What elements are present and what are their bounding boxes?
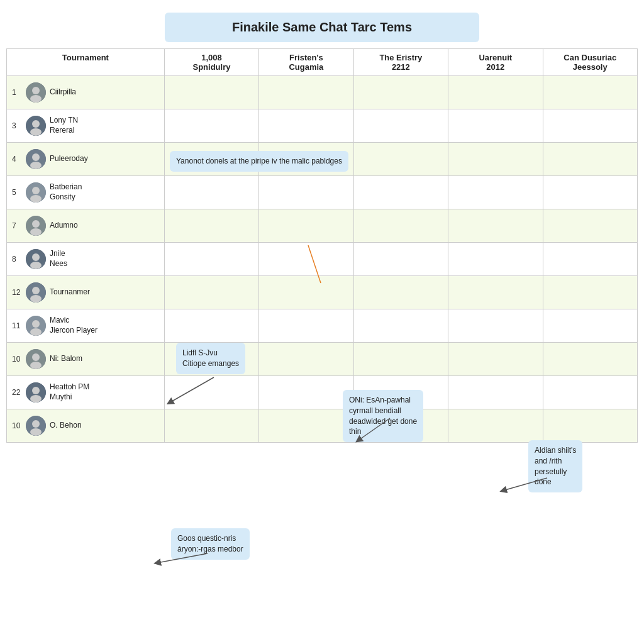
player-cell: 10O. Behon bbox=[7, 409, 165, 443]
col-header-4: Uarenuit2012 bbox=[448, 49, 543, 76]
data-cell bbox=[164, 276, 258, 309]
player-name: Lony TNRereral bbox=[50, 116, 78, 135]
player-cell: 1Ciilrpilla bbox=[7, 76, 165, 109]
data-cell bbox=[448, 376, 543, 409]
col-header-5: Can DusuriacJeessoly bbox=[543, 49, 638, 76]
data-cell bbox=[164, 376, 258, 409]
data-cell bbox=[448, 343, 543, 376]
player-name: Adumno bbox=[50, 221, 78, 231]
data-cell bbox=[543, 109, 638, 143]
player-info: 3Lony TNRereral bbox=[12, 113, 159, 138]
player-info: 12Tournanmer bbox=[12, 280, 159, 305]
svg-point-8 bbox=[30, 162, 42, 169]
page-title-bar: Finakile Same Chat Tarc Tems bbox=[165, 13, 479, 42]
player-name: O. Behon bbox=[50, 421, 82, 431]
player-rank: 11 bbox=[12, 321, 22, 330]
svg-line-36 bbox=[157, 553, 208, 563]
data-cell bbox=[448, 143, 543, 176]
data-cell bbox=[164, 109, 258, 143]
data-cell bbox=[259, 409, 353, 443]
table-row: 1Ciilrpilla bbox=[7, 76, 638, 109]
data-cell bbox=[353, 143, 448, 176]
player-name: Ni: Balom bbox=[50, 354, 82, 364]
player-rank: 8 bbox=[12, 255, 22, 264]
player-rank: 10 bbox=[12, 355, 22, 364]
svg-point-29 bbox=[30, 395, 42, 402]
data-cell bbox=[448, 76, 543, 109]
player-cell: 3Lony TNRereral bbox=[7, 109, 165, 143]
avatar bbox=[26, 282, 46, 303]
avatar bbox=[26, 116, 46, 136]
table-row: 3Lony TNRereral bbox=[7, 109, 638, 143]
player-rank: 7 bbox=[12, 221, 22, 230]
data-cell bbox=[543, 243, 638, 276]
avatar bbox=[26, 249, 46, 269]
data-cell bbox=[259, 109, 353, 143]
data-cell bbox=[353, 309, 448, 343]
col-header-1: 1,008Spnidulry bbox=[164, 49, 258, 76]
player-rank: 5 bbox=[12, 188, 22, 197]
data-cell bbox=[543, 176, 638, 209]
data-cell bbox=[259, 343, 353, 376]
data-cell bbox=[164, 176, 258, 209]
player-name: BatberianGonsity bbox=[50, 182, 82, 202]
data-cell bbox=[353, 276, 448, 309]
data-cell bbox=[448, 309, 543, 343]
player-cell: 12Tournanmer bbox=[7, 276, 165, 309]
avatar bbox=[26, 349, 46, 369]
player-name: JnileNees bbox=[50, 249, 67, 269]
data-cell bbox=[259, 176, 353, 209]
data-cell bbox=[164, 243, 258, 276]
avatar bbox=[26, 316, 46, 336]
data-cell bbox=[164, 343, 258, 376]
svg-point-25 bbox=[32, 353, 40, 361]
tournament-table: Tournament 1,008Spnidulry Fristen'sCugam… bbox=[6, 48, 638, 443]
data-cell bbox=[259, 243, 353, 276]
col-header-3: The Eristry2212 bbox=[353, 49, 448, 76]
svg-point-22 bbox=[32, 320, 40, 328]
player-info: 4Puleeroday bbox=[12, 147, 159, 172]
player-name: Puleeroday bbox=[50, 154, 88, 164]
svg-point-7 bbox=[32, 153, 40, 161]
data-cell bbox=[448, 243, 543, 276]
player-info: 7Adumno bbox=[12, 213, 159, 238]
avatar bbox=[26, 149, 46, 169]
svg-point-19 bbox=[32, 287, 40, 294]
table-row: 7Adumno bbox=[7, 209, 638, 243]
player-info: 5BatberianGonsity bbox=[12, 180, 159, 205]
player-info: 1Ciilrpilla bbox=[12, 80, 159, 105]
player-rank: 10 bbox=[12, 421, 22, 430]
player-cell: 5BatberianGonsity bbox=[7, 176, 165, 209]
player-info: 10O. Behon bbox=[12, 413, 159, 438]
main-content: Tournament 1,008Spnidulry Fristen'sCugam… bbox=[6, 48, 638, 443]
player-info: 22Heattoh PMMuythi bbox=[12, 380, 159, 405]
svg-point-14 bbox=[30, 228, 42, 236]
player-rank: 1 bbox=[12, 88, 22, 97]
table-row: 11MavicJiercon Player bbox=[7, 309, 638, 343]
data-cell bbox=[164, 409, 258, 443]
player-cell: 22Heattoh PMMuythi bbox=[7, 376, 165, 409]
player-name: Ciilrpilla bbox=[50, 87, 76, 97]
data-cell bbox=[543, 409, 638, 443]
data-cell bbox=[543, 276, 638, 309]
data-cell bbox=[353, 176, 448, 209]
table-row: 10Ni: Balom bbox=[7, 343, 638, 376]
player-name: Heattoh PMMuythi bbox=[50, 382, 89, 402]
svg-point-11 bbox=[30, 195, 42, 203]
data-cell bbox=[259, 76, 353, 109]
data-cell bbox=[259, 309, 353, 343]
svg-line-35 bbox=[503, 478, 547, 491]
player-info: 11MavicJiercon Player bbox=[12, 313, 159, 338]
avatar bbox=[26, 382, 46, 402]
data-cell bbox=[259, 209, 353, 243]
table-row: 12Tournanmer bbox=[7, 276, 638, 309]
svg-point-10 bbox=[32, 187, 40, 194]
data-cell bbox=[448, 109, 543, 143]
table-row: 10O. Behon bbox=[7, 409, 638, 443]
svg-point-28 bbox=[32, 387, 40, 394]
table-row: 4Puleeroday bbox=[7, 143, 638, 176]
data-cell bbox=[353, 409, 448, 443]
svg-point-1 bbox=[32, 87, 40, 94]
avatar bbox=[26, 216, 46, 236]
data-cell bbox=[543, 376, 638, 409]
